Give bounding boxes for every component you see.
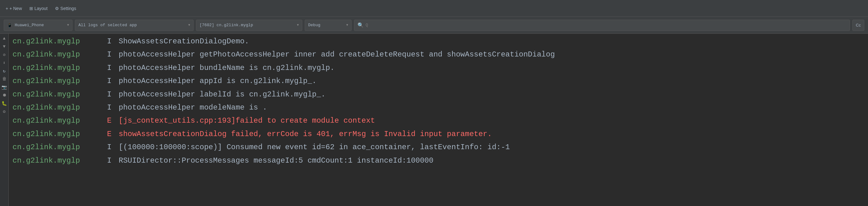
log-line[interactable]: cn.g2link.myglpIphotoAccessHelper labelI… xyxy=(9,88,868,101)
camera-icon[interactable]: 📷 xyxy=(1,84,8,91)
log-line[interactable]: cn.g2link.myglpIphotoAccessHelper bundle… xyxy=(9,62,868,75)
process-arrow: ▼ xyxy=(297,24,299,27)
log-level: I xyxy=(100,155,119,167)
scroll-down-icon[interactable]: ▼ xyxy=(1,43,8,50)
clear-icon[interactable]: ⊘ xyxy=(1,51,8,58)
device-select[interactable]: 📱 Huawei_Phone ▼ xyxy=(4,20,72,31)
plus-icon: + xyxy=(6,6,8,11)
settings-gear-icon[interactable]: ⚙ xyxy=(1,108,8,115)
log-line[interactable]: cn.g2link.myglpIRSUIDirector::ProcessMes… xyxy=(9,154,868,167)
log-message: showAssetsCreationDialog failed, errCode… xyxy=(119,128,864,140)
layout-button-label: Layout xyxy=(34,6,48,11)
log-message: photoAccessHelper bundleName is cn.g2lin… xyxy=(119,62,864,74)
device-label: Huawei_Phone xyxy=(15,23,44,28)
save-icon[interactable]: ⬇ xyxy=(1,59,8,66)
log-tag: cn.g2link.myglp xyxy=(12,89,100,101)
log-line[interactable]: cn.g2link.myglpIphotoAccessHelper modele… xyxy=(9,101,868,114)
log-tag: cn.g2link.myglp xyxy=(12,115,100,127)
log-message: photoAccessHelper labelId is cn.g2link.m… xyxy=(119,89,864,101)
log-line[interactable]: cn.g2link.myglpE[js_context_utils.cpp:19… xyxy=(9,114,868,127)
log-message: photoAccessHelper modeleName is . xyxy=(119,102,864,114)
app-filter-arrow: ▼ xyxy=(188,24,190,27)
log-message: photoAccessHelper getPhotoAccessHelper i… xyxy=(119,49,864,61)
log-level: E xyxy=(100,128,119,140)
log-tag: cn.g2link.myglp xyxy=(12,75,100,87)
layout-icon: ⊞ xyxy=(29,6,33,11)
log-lines-area: cn.g2link.myglpIShowAssetsCreationDialog… xyxy=(9,34,868,206)
log-line[interactable]: cn.g2link.myglpIShowAssetsCreationDialog… xyxy=(9,35,868,48)
delete-icon[interactable]: 🗑 xyxy=(1,75,8,82)
settings-button[interactable]: ⚙ Settings xyxy=(52,3,79,14)
log-level: I xyxy=(100,36,119,47)
log-message: ShowAssetsCreationDialogDemo. xyxy=(119,36,864,47)
log-level: I xyxy=(100,62,119,74)
log-level: I xyxy=(100,102,119,114)
log-container: ▲ ▼ ⊘ ⬇ ↻ 🗑 📷 ⏺ 🐛 ⚙ cn.g2link.myglpIShow… xyxy=(0,34,868,206)
log-message: [js_context_utils.cpp:193]failed to crea… xyxy=(119,115,864,127)
log-level: I xyxy=(100,141,119,153)
process-select[interactable]: [7602] cn.g2link.myglp ▼ xyxy=(196,20,302,31)
log-tag: cn.g2link.myglp xyxy=(12,36,100,47)
cc-label: Cc xyxy=(856,23,861,28)
level-arrow: ▼ xyxy=(346,24,348,27)
log-tag: cn.g2link.myglp xyxy=(12,128,100,140)
log-tag: cn.g2link.myglp xyxy=(12,102,100,114)
restart-icon[interactable]: ↻ xyxy=(1,67,8,74)
log-level: I xyxy=(100,49,119,61)
search-input[interactable] xyxy=(366,23,846,28)
log-message: [(100000:100000:scope)] Consumed new eve… xyxy=(119,141,864,153)
log-tag: cn.g2link.myglp xyxy=(12,49,100,61)
video-icon[interactable]: ⏺ xyxy=(1,92,8,99)
app-filter-select[interactable]: All logs of selected app ▼ xyxy=(75,20,194,31)
search-box[interactable]: 🔍 xyxy=(354,20,850,31)
log-line[interactable]: cn.g2link.myglpIphotoAccessHelper getPho… xyxy=(9,48,868,61)
log-tag: cn.g2link.myglp xyxy=(12,141,100,153)
process-label: [7602] cn.g2link.myglp xyxy=(199,23,253,28)
filterbar: 📱 Huawei_Phone ▼ All logs of selected ap… xyxy=(0,17,868,34)
log-line[interactable]: cn.g2link.myglpIphotoAccessHelper appId … xyxy=(9,75,868,88)
side-icons-panel: ▲ ▼ ⊘ ⬇ ↻ 🗑 📷 ⏺ 🐛 ⚙ xyxy=(0,34,9,206)
device-icon: 📱 xyxy=(7,23,12,28)
cc-button[interactable]: Cc xyxy=(852,20,864,31)
log-level: I xyxy=(100,89,119,101)
level-select[interactable]: Debug ▼ xyxy=(305,20,351,31)
search-icon: 🔍 xyxy=(358,22,364,28)
toolbar: + + New ⊞ Layout ⚙ Settings xyxy=(0,0,868,17)
log-line[interactable]: cn.g2link.myglpI[(100000:100000:scope)] … xyxy=(9,141,868,154)
log-level: I xyxy=(100,75,119,87)
log-line[interactable]: cn.g2link.myglpEshowAssetsCreationDialog… xyxy=(9,128,868,141)
new-button[interactable]: + + New xyxy=(2,3,25,14)
layout-button[interactable]: ⊞ Layout xyxy=(26,3,51,14)
log-message: photoAccessHelper appId is cn.g2link.myg… xyxy=(119,75,864,87)
settings-button-label: Settings xyxy=(60,6,76,11)
log-tag: cn.g2link.myglp xyxy=(12,155,100,167)
bug-icon[interactable]: 🐛 xyxy=(1,100,8,107)
log-tag: cn.g2link.myglp xyxy=(12,62,100,74)
settings-icon: ⚙ xyxy=(55,6,59,11)
log-message: RSUIDirector::ProcessMessages messageId:… xyxy=(119,155,864,167)
device-dropdown-arrow: ▼ xyxy=(67,24,69,27)
level-label: Debug xyxy=(308,23,320,28)
log-level: E xyxy=(100,115,119,127)
new-button-label: + New xyxy=(9,6,22,11)
scroll-up-icon[interactable]: ▲ xyxy=(1,35,8,42)
app-filter-label: All logs of selected app xyxy=(79,23,137,28)
